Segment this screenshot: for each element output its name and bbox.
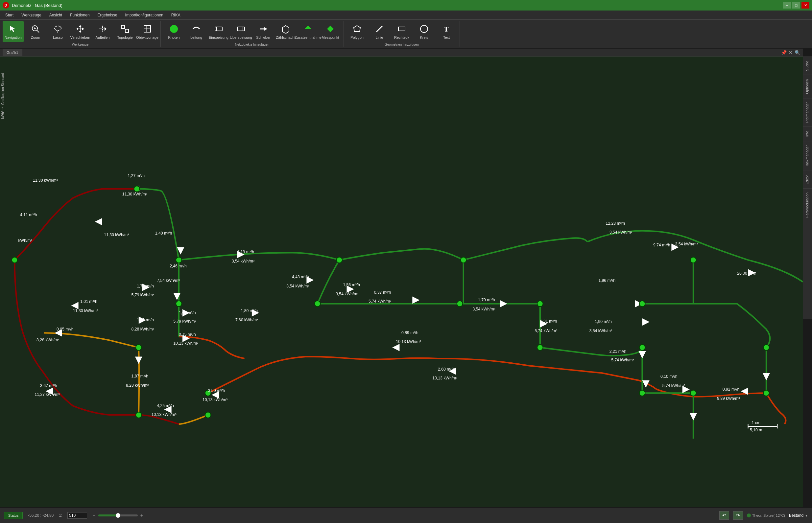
svg-text:11,30 kWh/m³: 11,30 kWh/m³ xyxy=(104,233,129,237)
unit-label: kWh/m³ xyxy=(1,107,5,119)
tool-kreis[interactable]: Kreis xyxy=(413,21,435,42)
aufteilen-icon xyxy=(97,24,108,34)
side-tab-suche[interactable]: Suche xyxy=(803,56,812,75)
zoom-slider[interactable] xyxy=(98,515,138,517)
svg-text:11,27 kWh/m³: 11,27 kWh/m³ xyxy=(35,392,59,397)
menu-importkonfigurationen[interactable]: Importkonfigurationen xyxy=(121,12,167,19)
svg-text:8,28 kWh/m³: 8,28 kWh/m³ xyxy=(36,338,59,342)
svg-text:10,13 kWh/m³: 10,13 kWh/m³ xyxy=(396,339,421,344)
menu-start[interactable]: Start xyxy=(1,12,17,19)
svg-marker-25 xyxy=(282,25,289,34)
scale-input[interactable] xyxy=(67,512,87,519)
tool-text[interactable]: T Text xyxy=(436,21,457,42)
svg-point-74 xyxy=(336,257,342,263)
tool-lasso[interactable]: Lasso xyxy=(47,21,68,42)
menu-funktionen[interactable]: Funktionen xyxy=(66,12,93,19)
menu-werkzeuge[interactable]: Werkzeuge xyxy=(17,12,45,19)
tool-ueberspeisung[interactable]: Überspeisung xyxy=(230,21,251,42)
theor-label: Theor. Spitze(-12°C) xyxy=(752,513,785,518)
tool-rechteck[interactable]: Rechteck xyxy=(391,21,412,42)
tool-zaehlschacht[interactable]: Zählschacht xyxy=(275,21,296,42)
minimize-button[interactable]: ─ xyxy=(783,2,791,8)
svg-text:5,74 kWh/m³: 5,74 kWh/m³ xyxy=(611,358,634,362)
svg-text:5,10 m: 5,10 m xyxy=(750,428,762,432)
svg-text:3,54 kWh/m³: 3,54 kWh/m³ xyxy=(589,328,612,333)
tool-objektvorlage[interactable]: Objektvorlage xyxy=(137,21,158,42)
side-tab-plotmanager[interactable]: Plotmanager xyxy=(803,98,812,126)
svg-marker-28 xyxy=(354,25,360,32)
einspeisung-icon xyxy=(213,24,224,34)
tool-schieber[interactable]: Schieber xyxy=(253,21,274,42)
svg-rect-21 xyxy=(237,27,245,31)
svg-text:11,30 kWh/m³: 11,30 kWh/m³ xyxy=(33,178,58,183)
svg-text:5,74 kWh/m³: 5,74 kWh/m³ xyxy=(369,299,391,304)
menu-rika[interactable]: RIKA xyxy=(167,12,184,19)
tool-navigation[interactable]: Navigation xyxy=(3,21,24,42)
status-badge[interactable]: Status xyxy=(4,512,23,519)
search-canvas-icon[interactable]: 🔍 xyxy=(795,50,800,55)
tool-polygon[interactable]: Polygon xyxy=(347,21,368,42)
app-title: Demonetz · Gas (Bestand) xyxy=(12,3,63,8)
zoom-in-icon[interactable]: + xyxy=(140,512,143,518)
side-tab-editor[interactable]: Editor xyxy=(803,171,812,188)
tool-linie[interactable]: Linie xyxy=(369,21,390,42)
svg-rect-13 xyxy=(125,29,128,33)
pin-icon[interactable]: 📌 xyxy=(781,50,787,55)
svg-text:4,25 m³/h: 4,25 m³/h xyxy=(157,403,174,408)
tool-zusatzentnahme[interactable]: Zusatzentnahme xyxy=(298,21,319,42)
tool-knoten[interactable]: Knoten xyxy=(163,21,184,42)
svg-text:0,92 m³/h: 0,92 m³/h xyxy=(723,387,740,392)
svg-text:3,54 kWh/m³: 3,54 kWh/m³ xyxy=(232,259,254,264)
menu-ansicht[interactable]: Ansicht xyxy=(46,12,66,19)
zoom-out-icon[interactable]: − xyxy=(92,512,95,518)
side-tab-farbmodulation[interactable]: Farbmodulation xyxy=(803,188,812,221)
svg-text:9,89 kWh/m³: 9,89 kWh/m³ xyxy=(717,396,740,401)
svg-text:3,54 kWh/m³: 3,54 kWh/m³ xyxy=(336,292,358,296)
svg-text:10,13 kWh/m³: 10,13 kWh/m³ xyxy=(432,376,457,380)
navigation-label: Navigation xyxy=(5,35,22,39)
side-tab-taskmanager[interactable]: Taskmanager xyxy=(803,141,812,171)
messpunkt-icon xyxy=(325,24,336,34)
tool-topologie[interactable]: Topologie xyxy=(114,21,136,42)
side-tab-optionen[interactable]: Optionen xyxy=(803,75,812,98)
maximize-button[interactable]: □ xyxy=(792,2,800,8)
ueberspeisung-icon xyxy=(236,24,246,34)
tool-messpunkt[interactable]: Messpunkt xyxy=(320,21,341,42)
svg-text:0,75 m³/h: 0,75 m³/h xyxy=(179,332,196,337)
tool-zoom[interactable]: Zoom xyxy=(25,21,46,42)
grafik1-tab[interactable]: Grafik1 xyxy=(3,49,22,56)
zusatzentnahme-label: Zusatzentnahme xyxy=(295,35,321,39)
svg-text:3,54 kWh/m³: 3,54 kWh/m³ xyxy=(286,284,309,288)
svg-point-82 xyxy=(763,345,769,350)
nav-back-button[interactable]: ↶ xyxy=(719,511,729,520)
grafikoption-label: Grafikoption Standard xyxy=(1,73,5,105)
svg-rect-15 xyxy=(144,25,151,32)
network-diagram: 11,30 kWh/m³ 1,27 m³/h 11,30 kWh/m³ 4,11… xyxy=(0,56,803,507)
svg-marker-26 xyxy=(305,25,311,29)
tool-verschieben[interactable]: Verschieben xyxy=(70,21,91,42)
menu-ergebnisse[interactable]: Ergebnisse xyxy=(94,12,121,19)
svg-text:8,28 kWh/m³: 8,28 kWh/m³ xyxy=(131,327,154,331)
svg-text:2,46 m³/h: 2,46 m³/h xyxy=(170,264,187,268)
close-tab-icon[interactable]: ✕ xyxy=(789,50,793,55)
tool-aufteilen[interactable]: Aufteilen xyxy=(92,21,113,42)
svg-text:12,23 m³/h: 12,23 m³/h xyxy=(606,221,625,226)
svg-point-85 xyxy=(763,390,769,396)
svg-point-7 xyxy=(55,26,61,31)
bestand-dropdown[interactable]: Bestand ▼ xyxy=(789,513,808,518)
svg-text:1,40 m³/h: 1,40 m³/h xyxy=(155,231,172,236)
svg-text:5,79 kWh/m³: 5,79 kWh/m³ xyxy=(131,293,154,297)
main-canvas[interactable]: Grafikoption Standard kWh/m³ xyxy=(0,56,803,507)
kreis-icon xyxy=(419,24,429,34)
netzobjekte-label: Netzobjekte hinzufügen xyxy=(234,42,271,47)
svg-text:2,31 m³/h: 2,31 m³/h xyxy=(540,319,557,324)
leitung-icon xyxy=(191,24,201,34)
tool-leitung[interactable]: Leitung xyxy=(186,21,207,42)
nav-forward-button[interactable]: ↷ xyxy=(733,511,743,520)
tool-einspeisung[interactable]: Einspeisung xyxy=(208,21,229,42)
side-tab-info[interactable]: Info xyxy=(803,126,812,141)
close-button[interactable]: ✕ xyxy=(801,2,809,8)
svg-text:1,56 m³/h: 1,56 m³/h xyxy=(343,283,360,287)
status-dot xyxy=(747,513,751,518)
rechteck-label: Rechteck xyxy=(394,35,409,39)
